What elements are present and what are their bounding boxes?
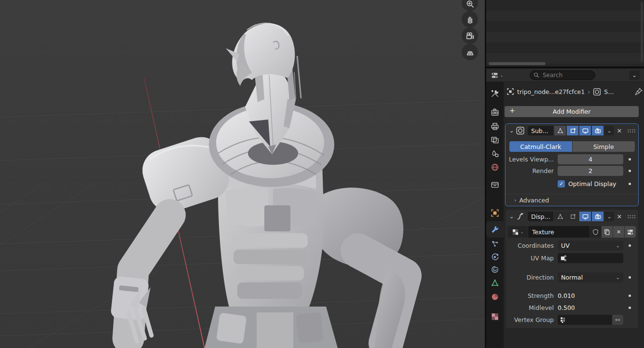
- tab-view-layer[interactable]: [486, 133, 504, 147]
- advanced-subpanel-header[interactable]: › Advanced: [506, 194, 638, 206]
- duplicate-texture-button[interactable]: [602, 226, 613, 238]
- pan-gizmo-button[interactable]: [462, 11, 478, 27]
- delete-modifier-button[interactable]: ✕: [615, 127, 624, 134]
- chevron-down-icon: ⌄: [632, 72, 637, 79]
- tab-collection[interactable]: [486, 177, 504, 192]
- tab-world[interactable]: [486, 160, 504, 174]
- animate-decorator[interactable]: [629, 307, 631, 309]
- properties-tab-strip: [486, 82, 504, 348]
- strength-row: Strength 0.010: [506, 291, 638, 301]
- animate-decorator[interactable]: [629, 183, 631, 185]
- properties-content: tripo_node...e27fcfce1 › S... + Add Modi…: [504, 82, 644, 348]
- subdivision-modifier-icon: [516, 126, 525, 135]
- breadcrumb-object-name[interactable]: tripo_node...e27fcfce1: [517, 88, 585, 95]
- tab-constraints[interactable]: [486, 262, 504, 277]
- unlink-texture-button[interactable]: ✕: [613, 226, 624, 238]
- uv-map-field[interactable]: [558, 253, 623, 263]
- character-model: [110, 23, 405, 348]
- coordinates-dropdown[interactable]: UV ⌄: [558, 241, 623, 251]
- tab-particles[interactable]: [486, 237, 504, 251]
- scene-icon: [491, 149, 499, 158]
- outliner-horizontal-scrollbar[interactable]: [489, 62, 546, 65]
- texture-name-field[interactable]: Texture: [528, 226, 589, 238]
- tab-modifiers[interactable]: [486, 221, 504, 238]
- modifier-name-field[interactable]: Disp...: [528, 212, 553, 221]
- vertex-group-field[interactable]: [558, 315, 612, 325]
- tool-icon: [491, 89, 499, 98]
- animate-decorator[interactable]: [629, 158, 631, 161]
- simple-button[interactable]: Simple: [573, 141, 635, 152]
- subdivision-algorithm-segmented: Catmull-Clark Simple: [509, 141, 635, 152]
- expand-chevron-icon[interactable]: ⌄: [508, 127, 515, 134]
- search-input[interactable]: [542, 71, 590, 79]
- search-box[interactable]: [530, 70, 595, 80]
- tab-scene[interactable]: [486, 147, 504, 161]
- grid-ortho-gizmo-button[interactable]: [462, 44, 478, 60]
- toggle-render[interactable]: [592, 212, 603, 221]
- add-modifier-button[interactable]: + Add Modifier: [505, 106, 639, 117]
- editor-type-selector[interactable]: ⌄: [489, 70, 506, 80]
- expand-chevron-icon[interactable]: ⌄: [508, 213, 515, 220]
- modifier-extras-dropdown[interactable]: ⌄: [604, 212, 614, 221]
- animate-decorator[interactable]: [629, 294, 631, 297]
- toggle-realtime[interactable]: [579, 126, 591, 135]
- tab-texture[interactable]: [486, 309, 504, 324]
- pin-icon[interactable]: [634, 87, 643, 96]
- optimal-display-label[interactable]: Optimal Display: [568, 179, 617, 189]
- shield-icon: [592, 228, 599, 236]
- chevron-down-icon: ⌄: [607, 214, 611, 220]
- tab-output[interactable]: [486, 119, 504, 134]
- mesh-data-icon: [491, 279, 499, 287]
- close-icon: ✕: [617, 229, 621, 235]
- header-options-button[interactable]: ⌄: [629, 70, 640, 80]
- levels-viewport-row: Levels Viewp... 4: [506, 154, 638, 165]
- invert-vertex-group-button[interactable]: ↔: [612, 315, 623, 325]
- drag-handle[interactable]: [627, 214, 635, 219]
- toggle-realtime[interactable]: [579, 212, 591, 221]
- toggle-edit-mode[interactable]: [567, 212, 578, 221]
- texture-checker-icon: [491, 312, 499, 321]
- optimal-display-checkbox[interactable]: ✓: [558, 180, 565, 187]
- tab-render[interactable]: [486, 105, 504, 120]
- texture-properties-button[interactable]: [625, 226, 636, 238]
- toggle-edit-mode[interactable]: [567, 126, 578, 135]
- direction-value: Normal: [561, 274, 583, 281]
- direction-dropdown[interactable]: Normal ⌄: [558, 272, 623, 282]
- outliner-panel[interactable]: [486, 0, 644, 67]
- vertex-group-icon: [560, 316, 567, 323]
- texture-browse-button[interactable]: ⌄: [507, 226, 528, 238]
- tab-object-data[interactable]: [486, 276, 504, 290]
- animate-decorator[interactable]: [629, 170, 631, 172]
- render-levels-field[interactable]: 2: [558, 166, 623, 176]
- chevron-down-icon: ⌄: [616, 275, 620, 280]
- animate-decorator[interactable]: [629, 276, 631, 279]
- displace-modifier-panel: ⌄ Disp...: [505, 209, 639, 329]
- drag-handle[interactable]: [627, 129, 635, 133]
- object-icon: [491, 209, 499, 217]
- modifier-name-field[interactable]: Sub...: [528, 126, 553, 135]
- toggle-on-cage[interactable]: [554, 212, 566, 221]
- camera-view-gizmo-button[interactable]: [462, 27, 478, 44]
- 3d-viewport[interactable]: [0, 0, 485, 348]
- blender-window: ⌄ ⌄: [0, 0, 644, 348]
- delete-modifier-button[interactable]: ✕: [615, 213, 624, 220]
- outliner-vertical-scrollbar[interactable]: [641, 2, 643, 62]
- breadcrumb-modifier-name[interactable]: S...: [604, 88, 614, 95]
- coordinates-row: Coordinates UV ⌄: [506, 241, 638, 251]
- toggle-render[interactable]: [592, 126, 603, 135]
- fake-user-toggle[interactable]: [590, 226, 601, 238]
- animate-decorator[interactable]: [629, 244, 631, 247]
- edit-mode-icon: [569, 127, 576, 134]
- catmull-clark-button[interactable]: Catmull-Clark: [509, 141, 572, 152]
- collection-box-icon: [491, 180, 499, 189]
- toggle-on-cage[interactable]: [554, 126, 566, 135]
- properties-editor: ⌄ ⌄: [486, 68, 644, 348]
- tab-object[interactable]: [486, 206, 504, 220]
- particles-icon: [491, 240, 499, 248]
- modifier-extras-dropdown[interactable]: ⌄: [604, 126, 614, 135]
- direction-row: Direction Normal ⌄: [506, 272, 638, 283]
- levels-viewport-field[interactable]: 4: [558, 154, 623, 164]
- tab-material[interactable]: [486, 290, 504, 304]
- tab-tool[interactable]: [486, 86, 504, 101]
- direction-label: Direction: [506, 272, 554, 283]
